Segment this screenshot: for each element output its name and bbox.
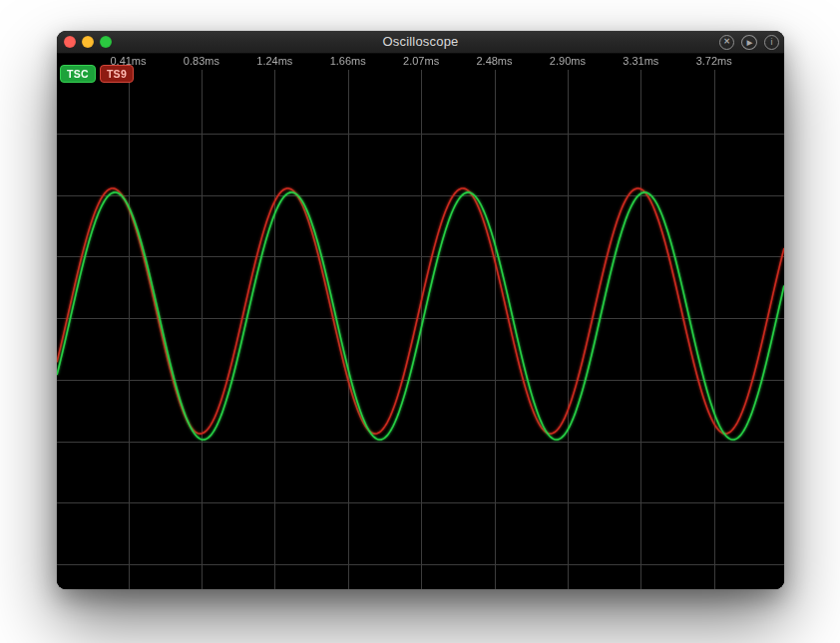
close-circle-icon[interactable]: ✕ (719, 35, 734, 50)
titlebar-actions: ✕▶i (719, 31, 779, 53)
zoom-button[interactable] (100, 36, 112, 48)
play-circle-icon[interactable]: ▶ (741, 35, 757, 50)
channel-badge-ts9[interactable]: TS9 (100, 65, 134, 83)
traffic-lights (64, 31, 112, 53)
channel-badge-tsc[interactable]: TSC (60, 65, 96, 83)
minimize-button[interactable] (82, 36, 94, 48)
close-button[interactable] (64, 36, 76, 48)
scope-area: 0.41ms0.83ms1.24ms1.66ms2.07ms2.48ms2.90… (57, 54, 784, 589)
scope-display (57, 54, 784, 589)
channel-badges: TSCTS9 (60, 65, 134, 83)
info-circle-icon[interactable]: i (764, 35, 779, 50)
oscilloscope-window: Oscilloscope ✕▶i 0.41ms0.83ms1.24ms1.66m… (57, 31, 784, 589)
window-title: Oscilloscope (382, 31, 458, 53)
titlebar[interactable]: Oscilloscope ✕▶i (57, 31, 784, 54)
